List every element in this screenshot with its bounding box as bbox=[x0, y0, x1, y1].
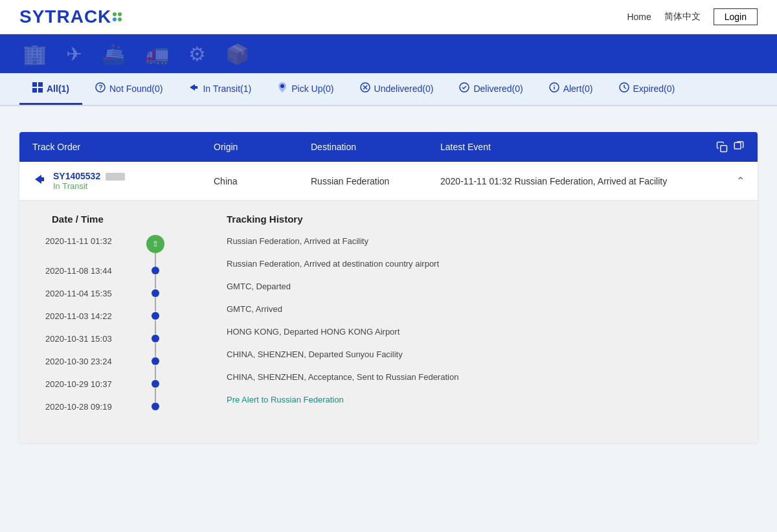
tab-delivered[interactable]: Delivered(0) bbox=[446, 73, 535, 105]
history-column: Tracking History Russian Federation, Arr… bbox=[220, 214, 738, 423]
col-actions bbox=[706, 141, 745, 153]
tab-alert-label: Alert(0) bbox=[563, 83, 593, 94]
event-date: 2020-11-11 01:32 bbox=[45, 235, 142, 246]
timeline-column: Date / Time 2020-11-11 01:32⇧2020-11-08 … bbox=[39, 214, 220, 423]
timeline-item: 2020-10-28 09:19 bbox=[45, 401, 220, 412]
svg-line-17 bbox=[624, 87, 626, 89]
order-info: SY1405532 In Transit bbox=[53, 171, 125, 191]
timeline-item: 2020-11-04 15:35 bbox=[45, 287, 220, 298]
lang-link[interactable]: 简体中文 bbox=[664, 11, 701, 23]
tab-undelivered[interactable]: Undelivered(0) bbox=[347, 73, 447, 105]
tracking-grid: Date / Time 2020-11-11 01:32⇧2020-11-08 … bbox=[39, 214, 738, 423]
col-origin: Origin bbox=[214, 142, 311, 152]
order-row: SY1405532 In Transit China Russian Feder… bbox=[19, 162, 758, 201]
tab-not-found[interactable]: ? Not Found(0) bbox=[82, 73, 175, 105]
main-content: Track Order Origin Destination Latest Ev… bbox=[0, 106, 777, 469]
event-description: GMTC, Arrived bbox=[227, 303, 282, 314]
timeline-dot: ⇧ bbox=[146, 235, 164, 253]
logo-dot-4 bbox=[118, 17, 122, 21]
collapse-button[interactable]: ⌃ bbox=[706, 175, 745, 187]
info-icon bbox=[549, 82, 559, 95]
order-id-cell: SY1405532 In Transit bbox=[32, 171, 214, 191]
timeline-line bbox=[155, 320, 156, 334]
timeline-item: 2020-10-30 23:24 bbox=[45, 355, 220, 366]
tab-not-found-label: Not Found(0) bbox=[109, 83, 163, 94]
check-circle-icon bbox=[459, 82, 469, 95]
logo-dot-2 bbox=[118, 12, 122, 16]
timeline-line bbox=[155, 388, 156, 402]
tab-pick-up[interactable]: Pick Up(0) bbox=[264, 73, 346, 105]
tab-bar: All(1) ? Not Found(0) In Transit(1) Pick… bbox=[0, 73, 777, 106]
event-description: Russian Federation, Arrived at Facility bbox=[227, 235, 368, 246]
event-date: 2020-11-03 14:22 bbox=[45, 310, 142, 321]
tab-in-transit[interactable]: In Transit(1) bbox=[175, 73, 264, 105]
login-button[interactable]: Login bbox=[714, 8, 758, 25]
timeline-marker bbox=[142, 401, 168, 410]
timeline-dot bbox=[152, 312, 159, 320]
svg-rect-1 bbox=[38, 82, 43, 87]
col-destination: Destination bbox=[311, 142, 440, 152]
svg-rect-3 bbox=[38, 88, 43, 93]
header-nav: Home 简体中文 Login bbox=[627, 8, 758, 25]
timeline-line bbox=[155, 298, 156, 311]
history-item: GMTC, Departed bbox=[227, 280, 738, 291]
tab-alert[interactable]: Alert(0) bbox=[536, 73, 606, 105]
arrow-icon bbox=[188, 82, 199, 95]
col-latest-event: Latest Event bbox=[440, 142, 706, 152]
tab-all[interactable]: All(1) bbox=[19, 73, 82, 105]
event-description: Pre Alert to Russian Federation bbox=[227, 393, 344, 405]
order-status: In Transit bbox=[53, 181, 125, 191]
history-item: CHINA, SHENZHEN, Acceptance, Sent to Rus… bbox=[227, 371, 738, 382]
history-header: Tracking History bbox=[227, 214, 738, 225]
history-item: HONG KONG, Departed HONG KONG Airport bbox=[227, 326, 738, 337]
timeline-marker bbox=[142, 310, 168, 320]
timeline-marker bbox=[142, 378, 168, 388]
copy-icon-1[interactable] bbox=[716, 141, 728, 153]
timeline-dot bbox=[152, 267, 159, 274]
svg-marker-6 bbox=[190, 84, 197, 91]
copy-icon-2[interactable] bbox=[733, 141, 745, 153]
order-id[interactable]: SY1405532 bbox=[53, 171, 100, 181]
home-link[interactable]: Home bbox=[627, 12, 651, 22]
col-track-order: Track Order bbox=[32, 142, 214, 152]
banner-icon-truck: 🚛 bbox=[145, 43, 169, 65]
logo-text: SYTRACK bbox=[19, 6, 111, 27]
svg-rect-18 bbox=[721, 146, 727, 152]
timeline-item: 2020-11-03 14:22 bbox=[45, 310, 220, 321]
event-date: 2020-11-04 15:35 bbox=[45, 287, 142, 298]
history-item: GMTC, Arrived bbox=[227, 303, 738, 314]
order-latest-event: 2020-11-11 01:32 Russian Federation, Arr… bbox=[440, 176, 706, 186]
tab-expired[interactable]: Expired(0) bbox=[606, 73, 688, 105]
tab-in-transit-label: In Transit(1) bbox=[203, 83, 251, 94]
event-description: GMTC, Departed bbox=[227, 280, 291, 291]
event-description: CHINA, SHENZHEN, Acceptance, Sent to Rus… bbox=[227, 371, 458, 382]
timeline-item: 2020-10-31 15:03 bbox=[45, 333, 220, 344]
event-date: 2020-10-31 15:03 bbox=[45, 333, 142, 344]
event-date: 2020-10-28 09:19 bbox=[45, 401, 142, 412]
svg-rect-0 bbox=[32, 82, 37, 87]
header: SYTRACK Home 简体中文 Login bbox=[0, 0, 777, 34]
order-id-blur bbox=[106, 173, 125, 181]
history-item: Russian Federation, Arrived at destinati… bbox=[227, 258, 738, 269]
svg-point-14 bbox=[554, 85, 555, 86]
logo: SYTRACK bbox=[19, 6, 126, 27]
timeline-marker bbox=[142, 355, 168, 365]
timeline-line bbox=[155, 366, 156, 379]
order-destination: Russian Federation bbox=[311, 176, 440, 186]
clock-icon bbox=[619, 82, 629, 95]
timeline-marker bbox=[142, 287, 168, 297]
logo-dot-3 bbox=[113, 17, 117, 21]
svg-text:?: ? bbox=[99, 84, 103, 91]
banner-icon-ship: 🚢 bbox=[102, 43, 126, 65]
banner-icons: 🏢 ✈ 🚢 🚛 ⚙ 📦 bbox=[0, 34, 777, 73]
timeline-dot bbox=[152, 403, 159, 410]
banner-icon-plane: ✈ bbox=[66, 43, 82, 65]
event-description: CHINA, SHENZHEN, Departed Sunyou Facilit… bbox=[227, 348, 403, 359]
svg-rect-19 bbox=[734, 142, 741, 149]
x-circle-icon bbox=[360, 82, 370, 95]
grid-icon bbox=[32, 82, 43, 95]
history-item: CHINA, SHENZHEN, Departed Sunyou Facilit… bbox=[227, 348, 738, 359]
timeline-line bbox=[155, 275, 156, 289]
timeline-dot bbox=[152, 357, 159, 365]
history-items: Russian Federation, Arrived at FacilityR… bbox=[227, 235, 738, 405]
